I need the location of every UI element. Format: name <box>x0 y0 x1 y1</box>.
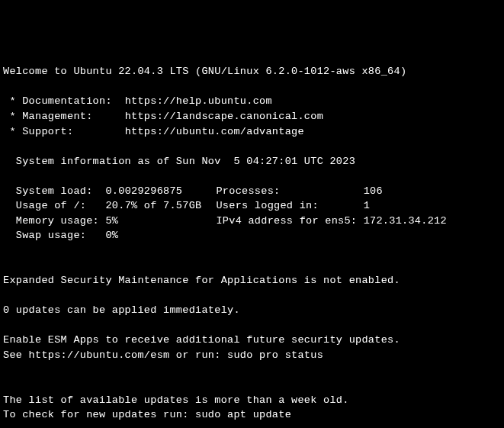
system-load-value: 0.0029296875 <box>105 184 216 199</box>
terminal-output: Welcome to Ubuntu 22.04.3 LTS (GNU/Linux… <box>3 64 501 428</box>
esm-enable-line1: Enable ESM Apps to receive additional fu… <box>3 334 400 346</box>
processes-value: 106 <box>364 185 383 197</box>
users-label: Users logged in: <box>216 200 363 211</box>
memory-usage-label: Memory usage: <box>3 215 105 227</box>
stale-updates-line1: The list of available updates is more th… <box>3 394 349 406</box>
processes-label: Processes: <box>216 185 363 197</box>
sysinfo-header: System information as of Sun Nov 5 04:27… <box>3 156 355 167</box>
ipv4-value: 172.31.34.212 <box>364 215 447 227</box>
mgmt-link-url: https://landscape.canonical.com <box>125 111 323 122</box>
mgmt-link-label: * Management: <box>3 111 125 122</box>
memory-usage-value: 5% <box>105 214 216 229</box>
doc-link-url: https://help.ubuntu.com <box>125 95 272 107</box>
support-link-url: https://ubuntu.com/advantage <box>125 126 304 137</box>
welcome-line: Welcome to Ubuntu 22.04.3 LTS (GNU/Linux… <box>3 66 406 77</box>
doc-link-label: * Documentation: <box>3 95 125 107</box>
swap-usage-label: Swap usage: <box>3 230 105 241</box>
swap-usage-value: 0% <box>105 230 118 241</box>
esm-enable-line2: See https://ubuntu.com/esm or run: sudo … <box>3 349 323 361</box>
updates-notice: 0 updates can be applied immediately. <box>3 304 240 316</box>
system-load-label: System load: <box>3 185 105 197</box>
stale-updates-line2: To check for new updates run: sudo apt u… <box>3 409 291 420</box>
users-value: 1 <box>364 200 370 211</box>
disk-usage-value: 20.7% of 7.57GB <box>105 198 216 214</box>
ipv4-label: IPv4 address for ens5: <box>216 215 363 227</box>
disk-usage-label: Usage of /: <box>3 200 105 211</box>
esm-notice: Expanded Security Maintenance for Applic… <box>3 275 400 286</box>
support-link-label: * Support: <box>3 126 125 137</box>
